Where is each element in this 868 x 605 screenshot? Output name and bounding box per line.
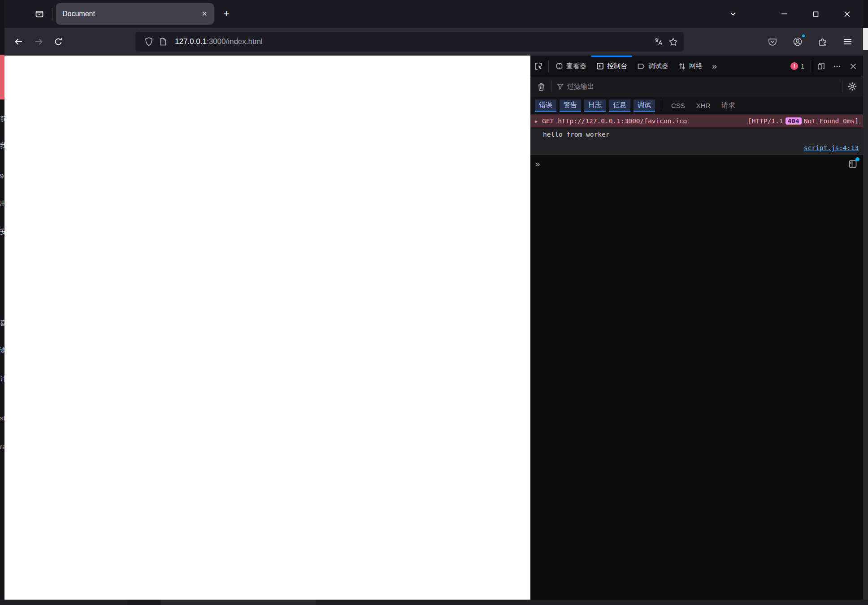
background-window-text-fragment: 出 <box>0 200 4 208</box>
account-button[interactable] <box>788 32 807 52</box>
console-empty-area[interactable] <box>530 173 863 600</box>
new-tab-button[interactable]: + <box>217 5 235 23</box>
tab-title: Document <box>62 10 199 18</box>
devtools-close-button[interactable] <box>845 56 861 77</box>
console-settings-button[interactable] <box>844 77 860 96</box>
log-message: hello from worker <box>543 131 859 138</box>
window-close-button[interactable] <box>837 4 857 24</box>
tab-bar: Document ✕ + <box>4 0 863 28</box>
console-icon <box>596 62 604 70</box>
background-window-text-fragment: 喜 <box>0 319 4 328</box>
console-output: ▶ GET http://127.0.0.1:3000/favicon.ico … <box>530 115 863 155</box>
filter-logs-button[interactable]: 日志 <box>584 99 606 112</box>
console-log-row[interactable]: hello from worker script.js:4:13 <box>530 127 863 155</box>
url-text[interactable]: 127.0.0.1:3000/index.html <box>175 37 263 46</box>
background-window-text-fragment: st <box>0 414 4 422</box>
maximize-button[interactable] <box>806 4 825 24</box>
shield-icon[interactable] <box>142 35 156 49</box>
tab-bar-separator <box>52 8 52 20</box>
browser-tab-document[interactable]: Document ✕ <box>56 3 214 25</box>
background-window-text-fragment: 前 <box>0 115 4 123</box>
url-host: 127.0.0.1 <box>175 37 207 46</box>
account-notification-dot <box>801 34 806 38</box>
page-info-icon[interactable] <box>156 35 170 49</box>
firefox-view-icon <box>35 9 44 18</box>
element-picker-button[interactable] <box>530 56 547 77</box>
back-icon <box>14 37 24 47</box>
filter-requests-button[interactable]: 请求 <box>718 99 739 112</box>
bookmark-star-icon[interactable] <box>666 35 680 49</box>
forward-button[interactable] <box>29 32 48 52</box>
console-input-row[interactable]: » <box>530 155 863 173</box>
extensions-button[interactable] <box>813 32 833 52</box>
background-window-text-fragment: ra <box>0 443 4 450</box>
clear-console-button[interactable] <box>533 77 549 96</box>
toolbar-separator <box>551 81 551 92</box>
devtools-tab-network[interactable]: 网络 <box>673 56 707 77</box>
devtools-tab-label: 调试器 <box>648 62 668 70</box>
gear-icon <box>848 82 857 91</box>
minimize-button[interactable] <box>774 4 794 24</box>
filter-debug-button[interactable]: 调试 <box>634 99 655 112</box>
filter-errors-button[interactable]: 错误 <box>535 99 556 112</box>
devtools-tab-inspector[interactable]: 查看器 <box>551 56 591 77</box>
devtools-tab-console[interactable]: 控制台 <box>591 56 632 77</box>
devtools-tab-debugger[interactable]: 调试器 <box>632 56 673 77</box>
background-window-text-fragment: 我 <box>0 142 4 150</box>
filter-css-button[interactable]: CSS <box>667 99 689 112</box>
request-method: GET <box>542 117 554 125</box>
background-window-text-fragment: 计 <box>0 375 4 383</box>
console-filter-input[interactable]: 过滤输出 <box>553 82 840 91</box>
error-count-button[interactable]: ! 1 <box>786 62 809 70</box>
status-suffix: Not Found 0ms] <box>804 117 859 125</box>
status-code-badge: 404 <box>786 117 802 125</box>
editor-mode-toggle[interactable] <box>847 158 859 170</box>
taskbar-segment <box>0 600 127 605</box>
filter-xhr-button[interactable]: XHR <box>692 99 715 112</box>
console-error-row[interactable]: ▶ GET http://127.0.0.1:3000/favicon.ico … <box>530 115 863 127</box>
translate-icon[interactable] <box>651 35 666 49</box>
reload-button[interactable] <box>48 32 68 52</box>
close-icon <box>843 10 851 18</box>
puzzle-piece-icon <box>818 37 828 47</box>
devtools-toolbar: 查看器 控制台 <box>530 56 863 77</box>
background-window-text-fragment: 安 <box>0 228 4 236</box>
inspector-icon <box>556 62 563 70</box>
firefox-view-button[interactable] <box>30 4 49 24</box>
toolbar-separator <box>548 60 549 72</box>
devtools-menu-button[interactable] <box>829 56 845 77</box>
responsive-design-icon <box>817 62 825 70</box>
devtools-tab-label: 网络 <box>689 62 703 70</box>
chevron-down-icon <box>729 10 737 18</box>
background-window-red-block <box>0 55 4 99</box>
right-sliver-light-block <box>863 28 868 50</box>
window-controls <box>774 4 857 24</box>
pocket-button[interactable] <box>763 32 782 52</box>
pocket-icon <box>768 37 777 47</box>
response-status[interactable]: [HTTP/1.1 404 Not Found 0ms] <box>748 117 859 125</box>
filter-warnings-button[interactable]: 警告 <box>560 99 581 112</box>
status-prefix: [HTTP/1.1 <box>748 117 783 125</box>
list-all-tabs-button[interactable] <box>723 4 743 24</box>
filter-info-button[interactable]: 信息 <box>609 99 630 112</box>
background-window-text-fragment: 诶 <box>0 346 4 354</box>
request-url-link[interactable]: http://127.0.0.1:3000/favicon.ico <box>558 117 687 125</box>
app-menu-button[interactable] <box>838 32 858 52</box>
network-arrows-icon <box>678 62 686 70</box>
expand-twisty-icon[interactable]: ▶ <box>535 119 538 124</box>
responsive-design-button[interactable] <box>813 56 829 77</box>
trash-icon <box>537 82 545 91</box>
back-button[interactable] <box>9 32 29 52</box>
browser-window: Document ✕ + <box>4 0 863 600</box>
minimize-icon <box>781 10 788 17</box>
more-tabs-button[interactable]: » <box>707 61 720 71</box>
background-window-left-sliver: 前 我 9 出 安 喜 诶 计 st ra <box>0 0 4 605</box>
source-location-link[interactable]: script.js:4:13 <box>804 144 859 151</box>
url-path: :3000/index.html <box>207 37 263 46</box>
tab-close-button[interactable]: ✕ <box>199 8 210 20</box>
url-bar[interactable]: 127.0.0.1:3000/index.html <box>135 32 684 52</box>
close-icon <box>850 63 857 70</box>
taskbar-strip <box>0 600 868 605</box>
filter-placeholder: 过滤输出 <box>567 82 594 91</box>
page-viewport[interactable] <box>4 56 530 600</box>
